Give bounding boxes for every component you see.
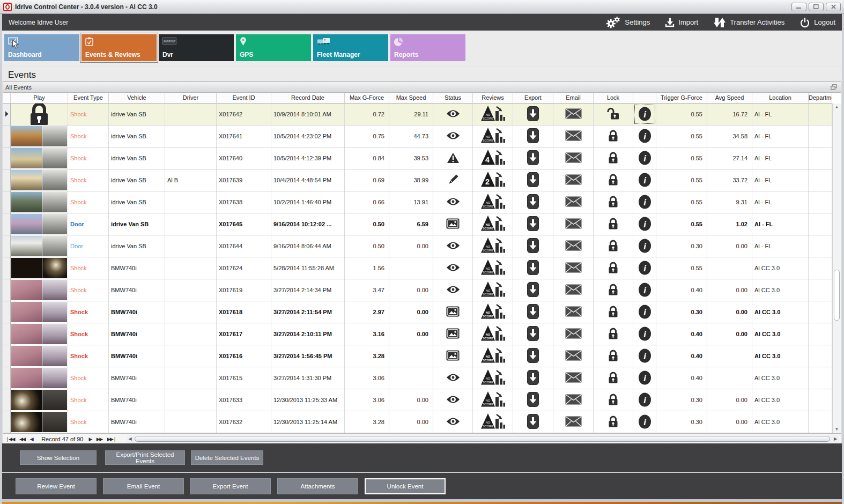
close-button[interactable] — [826, 3, 841, 11]
event-thumbnail[interactable] — [11, 302, 67, 322]
column-header-record_date[interactable]: Record Date — [271, 93, 345, 103]
export-cell[interactable] — [513, 169, 553, 191]
prev-record-button[interactable]: ◀ — [30, 436, 33, 442]
export-cell[interactable] — [513, 301, 553, 323]
attachments-button[interactable]: Attachments — [277, 478, 358, 494]
minimize-button[interactable] — [791, 3, 806, 11]
scroll-down-icon[interactable]: ▼ — [833, 426, 841, 433]
play-cell[interactable] — [11, 103, 68, 125]
play-cell[interactable] — [11, 345, 68, 367]
export-cell[interactable] — [513, 411, 553, 433]
export-cell[interactable] — [513, 147, 553, 169]
event-thumbnail[interactable] — [11, 170, 67, 190]
event-thumbnail[interactable] — [11, 236, 67, 256]
column-header-vehicle[interactable]: Vehicle — [109, 93, 165, 103]
info-cell[interactable]: i — [633, 147, 656, 169]
row-selector[interactable] — [3, 389, 11, 411]
email-cell[interactable] — [553, 323, 594, 345]
email-cell[interactable] — [553, 213, 594, 235]
reviews-cell[interactable]: NO SCORE — [473, 103, 513, 125]
reviews-cell[interactable]: NO SCORE — [473, 213, 513, 235]
row-selector[interactable] — [3, 323, 11, 345]
event-thumbnail[interactable] — [11, 324, 67, 344]
export-event-button[interactable]: Export Event — [190, 478, 271, 494]
table-row[interactable]: ShockBMW740iX0176153/27/2014 1:31:30 PM3… — [3, 367, 841, 389]
email-cell[interactable] — [553, 169, 594, 191]
play-cell[interactable] — [11, 125, 68, 147]
play-cell[interactable] — [11, 235, 68, 257]
lock-cell[interactable] — [594, 169, 633, 191]
play-cell[interactable] — [11, 213, 68, 235]
table-row[interactable]: ShockBMW740iX0176163/27/2014 1:56:45 PM3… — [3, 345, 841, 367]
row-selector[interactable] — [3, 169, 11, 191]
email-cell[interactable] — [553, 301, 594, 323]
row-selector[interactable] — [3, 301, 11, 323]
event-thumbnail[interactable] — [11, 280, 67, 300]
reviews-cell[interactable]: NO SCORE — [473, 235, 513, 257]
row-selector[interactable] — [3, 367, 11, 389]
table-row[interactable]: Dooridrive Van SBX0176449/16/2014 8:06:4… — [3, 235, 841, 257]
reviews-cell[interactable]: NO SCORE — [473, 301, 513, 323]
table-row[interactable]: ShockBMW740iX0176173/27/2014 2:10:11 PM3… — [3, 323, 841, 345]
scroll-right-icon[interactable]: ▶ — [832, 435, 839, 443]
play-cell[interactable] — [11, 169, 68, 191]
export-cell[interactable] — [513, 367, 553, 389]
event-thumbnail[interactable] — [11, 368, 67, 388]
row-selector[interactable] — [3, 235, 11, 257]
email-cell[interactable] — [553, 147, 594, 169]
reviews-cell[interactable]: NO SCORE — [473, 389, 513, 411]
event-thumbnail[interactable] — [11, 192, 67, 212]
lock-cell[interactable] — [594, 235, 633, 257]
tile-dvr[interactable]: MERGE Dvr — [159, 34, 234, 61]
row-selector[interactable] — [3, 191, 11, 213]
reviews-cell[interactable]: NO SCORE — [473, 367, 513, 389]
table-row[interactable]: ShockBMW740iX0176245/28/2014 11:55:28 AM… — [3, 257, 841, 279]
play-cell[interactable] — [11, 301, 68, 323]
play-cell[interactable] — [11, 323, 68, 345]
export-cell[interactable] — [513, 345, 553, 367]
info-cell[interactable]: i — [633, 257, 656, 279]
email-cell[interactable] — [553, 103, 594, 125]
play-cell[interactable] — [11, 411, 68, 433]
lock-cell[interactable] — [594, 257, 633, 279]
column-header-max_g[interactable]: Max G-Force — [345, 93, 389, 103]
tile-dashboard[interactable]: Dashboard — [4, 34, 79, 61]
play-cell[interactable] — [11, 191, 68, 213]
export-cell[interactable] — [513, 191, 553, 213]
column-header-reviews[interactable]: Reviews — [473, 93, 513, 103]
column-header-location[interactable]: Location — [752, 93, 809, 103]
email-cell[interactable] — [553, 191, 594, 213]
export-cell[interactable] — [513, 257, 553, 279]
info-cell[interactable]: i — [633, 367, 656, 389]
email-event-button[interactable]: Email Event — [103, 478, 184, 494]
reviews-cell[interactable]: NO SCORE — [473, 345, 513, 367]
table-row[interactable]: ShockBMW740iX01763312/30/2013 11:25:33 A… — [3, 389, 841, 411]
row-selector[interactable] — [3, 147, 11, 169]
row-selector[interactable] — [3, 213, 11, 235]
reviews-cell[interactable]: NO SCORE — [473, 279, 513, 301]
export-cell[interactable] — [513, 323, 553, 345]
review-event-button[interactable]: Review Event — [16, 478, 97, 494]
unlock-event-button[interactable]: Unlock Event — [365, 478, 446, 494]
tile-fleet-manager[interactable]: Fleet Manager — [313, 34, 388, 61]
info-cell[interactable]: i — [633, 169, 656, 191]
table-row[interactable]: Shockidrive Van SBAl BX01763910/4/2014 4… — [3, 169, 841, 191]
event-thumbnail[interactable] — [11, 412, 67, 432]
table-row[interactable]: Dooridrive Van SBX0176459/16/2014 10:12:… — [3, 213, 841, 235]
table-row[interactable]: ShockBMW740iX0176183/27/2014 2:11:54 PM2… — [3, 301, 841, 323]
horizontal-scrollbar[interactable]: ◀ ▶ — [127, 435, 839, 443]
info-cell[interactable]: i — [633, 301, 656, 323]
email-cell[interactable] — [553, 235, 594, 257]
play-cell[interactable] — [11, 147, 68, 169]
reviews-cell[interactable]: NO SCORE — [473, 125, 513, 147]
lock-cell[interactable] — [594, 191, 633, 213]
email-cell[interactable] — [553, 389, 594, 411]
delete-selected-events-button[interactable]: Delete Selected Events — [191, 450, 263, 465]
email-cell[interactable] — [553, 411, 594, 433]
event-thumbnail[interactable] — [11, 126, 67, 146]
lock-cell[interactable] — [594, 147, 633, 169]
tile-events-reviews[interactable]: Events & Reviews — [82, 34, 157, 61]
play-cell[interactable] — [11, 367, 68, 389]
tile-reports[interactable]: Reports — [390, 34, 465, 61]
scroll-left-icon[interactable]: ◀ — [127, 435, 134, 443]
